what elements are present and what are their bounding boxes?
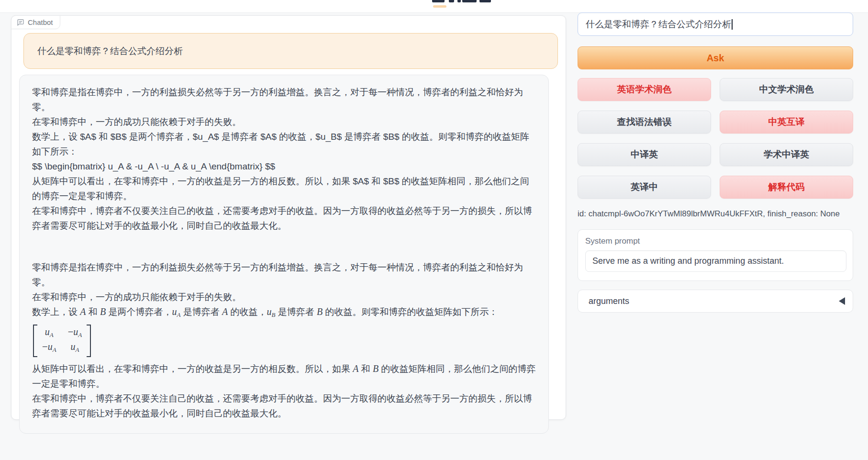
matrix-cell: uA: [45, 326, 54, 340]
bot-rendered-line: 在零和博弈中，一方的成功只能依赖于对手的失败。: [32, 290, 536, 304]
bot-rendered-line: 在零和博弈中，博弈者不仅要关注自己的收益，还需要考虑对手的收益。因为一方取得的收…: [32, 391, 536, 421]
bot-raw-line: 在零和博弈中，一方的成功只能依赖于对手的失败。: [32, 114, 536, 129]
system-prompt-label: System prompt: [585, 236, 846, 246]
btn-zh-en-mutual-translate[interactable]: 中英互译: [720, 111, 853, 134]
bot-message: 零和博弈是指在博弈中，一方的利益损失必然等于另一方的利益增益。换言之，对于每一种…: [19, 75, 549, 434]
title-fragment-accent: [433, 5, 446, 8]
matrix-cell: uA: [70, 341, 79, 355]
rendered-matrix: uA −uA −uA uA: [32, 322, 536, 361]
bot-raw-line: 数学上，设 $A$ 和 $B$ 是两个博弈者，$u_A$ 是博弈者 $A$ 的收…: [32, 129, 536, 159]
question-input[interactable]: 什么是零和博弈？结合公式介绍分析: [578, 12, 853, 36]
matrix-cell: −uA: [68, 326, 82, 340]
title-fragment: [479, 0, 491, 2]
function-button-grid: 英语学术润色 中文学术润色 查找语法错误 中英互译 中译英 学术中译英 英译中 …: [578, 78, 853, 199]
bot-raw-latex-line: $$ \begin{bmatrix} u_A & -u_A \ -u_A & u…: [32, 159, 536, 174]
bot-raw-line: 从矩阵中可以看出，在零和博弈中，一方的收益是另一方的相反数。所以，如果 $A$ …: [32, 174, 536, 203]
title-fragment: [432, 0, 445, 2]
btn-explain-code[interactable]: 解释代码: [720, 176, 853, 199]
bot-rendered-line: 零和博弈是指在博弈中，一方的利益损失必然等于另一方的利益增益。换言之，对于每一种…: [32, 260, 536, 290]
arguments-accordion[interactable]: arguments: [578, 290, 853, 313]
btn-chinese-academic-polish[interactable]: 中文学术润色: [720, 78, 853, 101]
matrix-right-bracket: [87, 325, 91, 357]
chatbot-panel: Chatbot 什么是零和博弈？结合公式介绍分析 零和博弈是指在博弈中，一方的利…: [11, 15, 566, 420]
composer-column: 什么是零和博弈？结合公式介绍分析 Ask 英语学术润色 中文学术润色 查找语法错…: [578, 12, 853, 313]
paragraph-gap: [32, 233, 536, 260]
title-fragment: [449, 0, 454, 2]
text-caret: [732, 19, 733, 30]
btn-en-to-zh[interactable]: 英译中: [578, 176, 711, 199]
bot-raw-line: 在零和博弈中，博弈者不仅要关注自己的收益，还需要考虑对手的收益。因为一方取得的收…: [32, 203, 536, 233]
matrix-left-bracket: [33, 325, 37, 357]
btn-academic-zh-to-en[interactable]: 学术中译英: [720, 143, 853, 166]
btn-english-academic-polish[interactable]: 英语学术润色: [578, 78, 711, 101]
status-line: id: chatcmpl-6wOo7KrYTwMl89lbrMWRu4UkFFX…: [578, 209, 853, 219]
chatbot-label-text: Chatbot: [28, 18, 53, 26]
title-fragment: [457, 0, 461, 2]
accordion-collapsed-arrow-icon: [839, 297, 845, 305]
title-fragment: [462, 0, 477, 2]
arguments-accordion-label: arguments: [589, 296, 629, 306]
matrix-cell: −uA: [42, 341, 56, 355]
ask-button[interactable]: Ask: [578, 46, 853, 69]
user-message: 什么是零和博弈？结合公式介绍分析: [23, 33, 558, 69]
question-input-value: 什么是零和博弈？结合公式介绍分析: [586, 18, 731, 31]
bot-rendered-math-intro: 数学上，设 A 和 B 是两个博弈者，uA 是博弈者 A 的收益，uB 是博弈者…: [32, 304, 536, 322]
bot-raw-line: 零和博弈是指在博弈中，一方的利益损失必然等于另一方的利益增益。换言之，对于每一种…: [32, 85, 536, 114]
chat-bubble-icon: [17, 19, 24, 26]
page-header: [0, 0, 868, 13]
btn-zh-to-en[interactable]: 中译英: [578, 143, 711, 166]
user-message-text: 什么是零和博弈？结合公式介绍分析: [37, 45, 183, 57]
btn-find-grammar-errors[interactable]: 查找语法错误: [578, 111, 711, 134]
system-prompt-card: System prompt Serve me as a writing and …: [578, 229, 853, 281]
system-prompt-input[interactable]: Serve me as a writing and programming as…: [585, 250, 846, 272]
system-prompt-value: Serve me as a writing and programming as…: [592, 256, 784, 266]
chatbot-label: Chatbot: [11, 15, 60, 29]
bot-rendered-conclusion: 从矩阵中可以看出，在零和博弈中，一方的收益是另一方的相反数。所以，如果 A 和 …: [32, 361, 536, 391]
